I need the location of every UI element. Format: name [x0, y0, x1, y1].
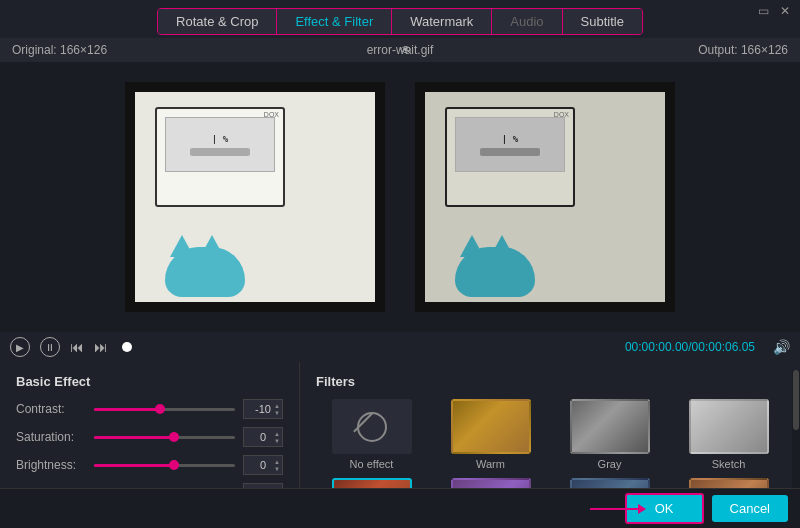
- close-button[interactable]: ✕: [778, 4, 792, 18]
- minimize-button[interactable]: ▭: [756, 4, 770, 18]
- gif-scene-filtered: DOX | %: [425, 92, 665, 302]
- preview-canvas-filtered: DOX | %: [425, 92, 665, 302]
- filter-label-warm: Warm: [476, 458, 505, 470]
- tab-subtitle[interactable]: Subtitle: [563, 9, 642, 34]
- saturation-slider[interactable]: [94, 436, 235, 439]
- monitor-text: | %: [212, 134, 228, 144]
- scrollbar-thumb[interactable]: [793, 370, 799, 430]
- playback-bar: ▶ ⏸ ⏮ ⏭ 00:00:00.00/00:00:06.05 🔊: [0, 332, 800, 362]
- filter-hk[interactable]: ✓ Hong Kong Movie: [316, 478, 427, 488]
- saturation-row: Saturation: 0 ▲ ▼: [16, 427, 283, 447]
- cat-body-original: [165, 247, 245, 297]
- effect-panel: Basic Effect Contrast: -10 ▲ ▼ Saturatio…: [0, 362, 300, 488]
- filter-label-none: No effect: [350, 458, 394, 470]
- no-effect-line: [353, 412, 373, 432]
- brightness-fill: [94, 464, 172, 467]
- contrast-value: -10 ▲ ▼: [243, 399, 283, 419]
- pause-button[interactable]: ⏸: [40, 337, 60, 357]
- saturation-label: Saturation:: [16, 430, 86, 444]
- volume-icon[interactable]: 🔊: [773, 339, 790, 355]
- cat-body-filtered: [455, 247, 535, 297]
- filter-gray[interactable]: Gray: [554, 399, 665, 470]
- tab-watermark[interactable]: Watermark: [392, 9, 492, 34]
- preview-canvas-original: DOX | %: [135, 92, 375, 302]
- brightness-label: Brightness:: [16, 458, 86, 472]
- gif-scene-original: DOX | %: [135, 92, 375, 302]
- monitor-screen-original: | %: [165, 117, 275, 172]
- monitor-bar-filtered: [480, 148, 540, 156]
- saturation-thumb[interactable]: [169, 432, 179, 442]
- contrast-thumb[interactable]: [155, 404, 165, 414]
- monitor-text-filtered: | %: [502, 134, 518, 144]
- filter-label-gray: Gray: [598, 458, 622, 470]
- brightness-slider[interactable]: [94, 464, 235, 467]
- tab-audio[interactable]: Audio: [492, 9, 562, 34]
- filter-thumb-r2c1: [451, 478, 531, 488]
- info-bar: Original: 166×126 👁 error-wait.gif Outpu…: [0, 38, 800, 62]
- filter-r2c2[interactable]: [554, 478, 665, 488]
- tab-effect[interactable]: Effect & Filter: [277, 9, 392, 34]
- filters-panel: Filters No effect Warm Gray: [300, 362, 800, 488]
- filename: error-wait.gif: [367, 43, 434, 57]
- preview-filtered: DOX | %: [415, 82, 675, 312]
- filter-thumb-r2c2: [570, 478, 650, 488]
- filter-thumb-gray: [570, 399, 650, 454]
- scrollbar-track: [792, 370, 800, 488]
- filter-r2c3[interactable]: ↗: [673, 478, 784, 488]
- filter-thumb-sketch: [689, 399, 769, 454]
- brightness-thumb[interactable]: [169, 460, 179, 470]
- brightness-spinner[interactable]: ▲ ▼: [274, 456, 280, 474]
- bottom-panel: Basic Effect Contrast: -10 ▲ ▼ Saturatio…: [0, 362, 800, 488]
- filter-label-sketch: Sketch: [712, 458, 746, 470]
- effect-panel-title: Basic Effect: [16, 374, 283, 389]
- arrow-decoration: [590, 508, 640, 510]
- prev-frame-button[interactable]: ⏮: [70, 339, 84, 355]
- contrast-row: Contrast: -10 ▲ ▼: [16, 399, 283, 419]
- monitor-filtered: DOX | %: [445, 107, 575, 207]
- tabs-container: Rotate & Crop Effect & Filter Watermark …: [157, 8, 643, 35]
- brightness-row: Brightness: 0 ▲ ▼: [16, 455, 283, 475]
- contrast-fill: [94, 408, 157, 411]
- title-bar: ▭ ✕: [748, 0, 800, 22]
- play-button[interactable]: ▶: [10, 337, 30, 357]
- cancel-button[interactable]: Cancel: [712, 495, 788, 522]
- saturation-fill: [94, 436, 172, 439]
- contrast-slider[interactable]: [94, 408, 235, 411]
- brightness-value: 0 ▲ ▼: [243, 455, 283, 475]
- output-size: Output: 166×126: [698, 43, 788, 57]
- filter-thumb-hk: ✓: [332, 478, 412, 488]
- filter-thumb-none: [332, 399, 412, 454]
- filters-panel-title: Filters: [316, 374, 784, 389]
- monitor-screen-filtered: | %: [455, 117, 565, 172]
- monitor-bar: [190, 148, 250, 156]
- monitor-original: DOX | %: [155, 107, 285, 207]
- contrast-label: Contrast:: [16, 402, 86, 416]
- preview-area: DOX | % DOX | %: [0, 62, 800, 332]
- no-effect-circle: [357, 412, 387, 442]
- filter-sketch[interactable]: Sketch: [673, 399, 784, 470]
- progress-indicator[interactable]: [122, 342, 132, 352]
- tab-rotate[interactable]: Rotate & Crop: [158, 9, 277, 34]
- contrast-spinner[interactable]: ▲ ▼: [274, 400, 280, 418]
- filter-thumb-warm: [451, 399, 531, 454]
- saturation-spinner[interactable]: ▲ ▼: [274, 428, 280, 446]
- preview-original: DOX | %: [125, 82, 385, 312]
- bottom-bar: OK Cancel: [0, 488, 800, 528]
- filter-thumb-r2c3: ↗: [689, 478, 769, 488]
- time-display: 00:00:00.00/00:00:06.05: [625, 340, 755, 354]
- saturation-value: 0 ▲ ▼: [243, 427, 283, 447]
- filter-warm[interactable]: Warm: [435, 399, 546, 470]
- filter-r2c1[interactable]: [435, 478, 546, 488]
- original-size: Original: 166×126: [12, 43, 107, 57]
- filter-none[interactable]: No effect: [316, 399, 427, 470]
- filter-grid: No effect Warm Gray Sketch ✓: [316, 399, 784, 488]
- next-frame-button[interactable]: ⏭: [94, 339, 108, 355]
